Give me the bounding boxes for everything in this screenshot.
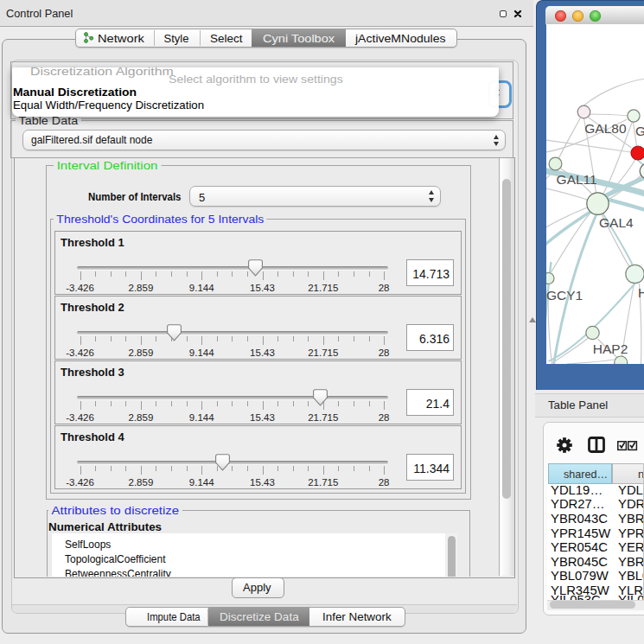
svg-text:GAL80: GAL80 xyxy=(584,121,627,136)
svg-text:HAP2: HAP2 xyxy=(592,341,628,356)
svg-text:GA: GA xyxy=(635,124,644,138)
svg-text:H: H xyxy=(638,285,644,300)
svg-text:GCY1: GCY1 xyxy=(546,288,583,303)
svg-text:GAL4: GAL4 xyxy=(599,215,634,230)
svg-text:GAL11: GAL11 xyxy=(556,172,596,187)
